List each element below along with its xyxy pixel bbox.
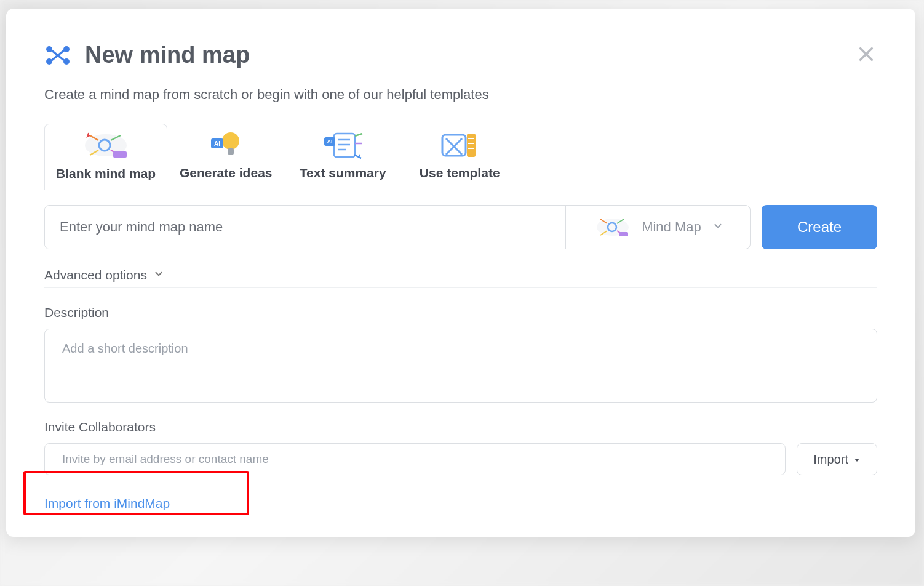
svg-rect-30 xyxy=(619,232,628,236)
advanced-options-label: Advanced options xyxy=(44,268,147,283)
chevron-down-icon xyxy=(153,268,164,282)
tab-use-template[interactable]: Use template xyxy=(401,124,518,190)
map-type-label: Mind Map xyxy=(642,219,701,235)
tab-label: Use template xyxy=(420,166,500,180)
template-tabs: Blank mind map AI Generate ideas xyxy=(44,124,877,190)
close-icon xyxy=(858,46,875,65)
text-summary-icon: AI xyxy=(318,130,367,159)
dialog-header: New mind map xyxy=(44,42,877,68)
svg-rect-12 xyxy=(228,148,234,155)
description-label: Description xyxy=(44,305,877,320)
caret-down-icon xyxy=(853,452,861,467)
lightbulb-ai-icon: AI xyxy=(206,130,245,159)
create-button[interactable]: Create xyxy=(762,205,877,249)
chevron-down-icon xyxy=(712,220,723,234)
advanced-options-toggle[interactable]: Advanced options xyxy=(44,268,877,288)
dialog-subtitle: Create a mind map from scratch or begin … xyxy=(44,87,877,103)
collaborators-input[interactable] xyxy=(44,443,786,475)
mindmap-name-input[interactable] xyxy=(45,206,565,249)
close-button[interactable] xyxy=(855,44,877,66)
collaborators-row: Import xyxy=(44,443,877,475)
collaborators-label: Invite Collaborators xyxy=(44,420,877,435)
tab-label: Blank mind map xyxy=(56,166,156,181)
import-from-imindmap-link[interactable]: Import from iMindMap xyxy=(44,496,170,510)
svg-marker-31 xyxy=(854,459,859,462)
name-row: Mind Map Create xyxy=(44,205,877,249)
import-contacts-button[interactable]: Import xyxy=(797,443,877,475)
svg-rect-24 xyxy=(467,134,476,157)
new-mind-map-dialog: New mind map Create a mind map from scra… xyxy=(6,9,915,537)
svg-text:AI: AI xyxy=(214,140,220,147)
description-input[interactable] xyxy=(44,329,877,403)
import-button-label: Import xyxy=(813,452,848,467)
blank-mindmap-icon xyxy=(81,130,130,160)
title-wrap: New mind map xyxy=(44,42,250,68)
tab-text-summary[interactable]: AI Text summary xyxy=(284,124,401,190)
svg-rect-10 xyxy=(113,151,127,158)
mindmap-small-icon xyxy=(595,215,631,239)
tab-label: Text summary xyxy=(300,166,386,180)
tab-generate-ideas[interactable]: AI Generate ideas xyxy=(167,124,284,190)
tab-label: Generate ideas xyxy=(180,166,273,180)
svg-point-11 xyxy=(222,132,239,150)
svg-text:AI: AI xyxy=(327,138,333,145)
name-type-group: Mind Map xyxy=(44,205,751,249)
mindmap-icon xyxy=(44,44,71,66)
import-link-row: Import from iMindMap xyxy=(44,496,877,511)
template-icon xyxy=(437,130,482,159)
dialog-title: New mind map xyxy=(85,42,250,68)
tab-blank-mind-map[interactable]: Blank mind map xyxy=(44,124,167,190)
map-type-dropdown[interactable]: Mind Map xyxy=(565,206,750,249)
